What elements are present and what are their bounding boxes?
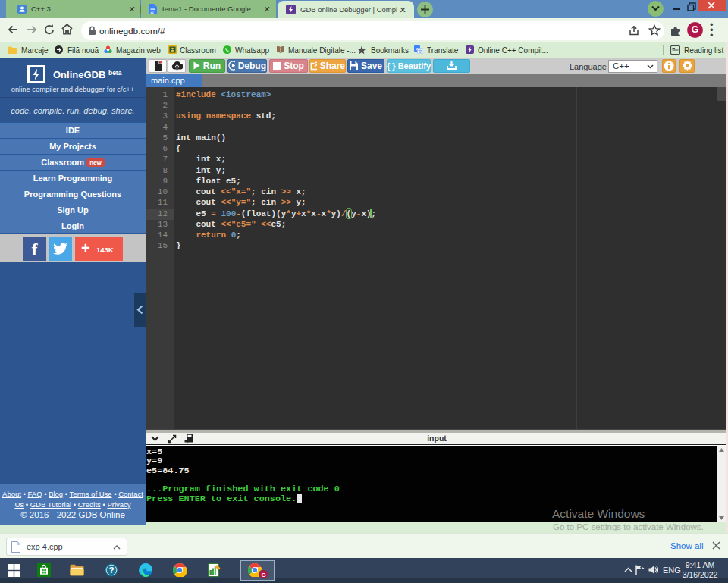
svg-text:?: ? (108, 566, 114, 575)
svg-text:文: 文 (418, 49, 422, 54)
